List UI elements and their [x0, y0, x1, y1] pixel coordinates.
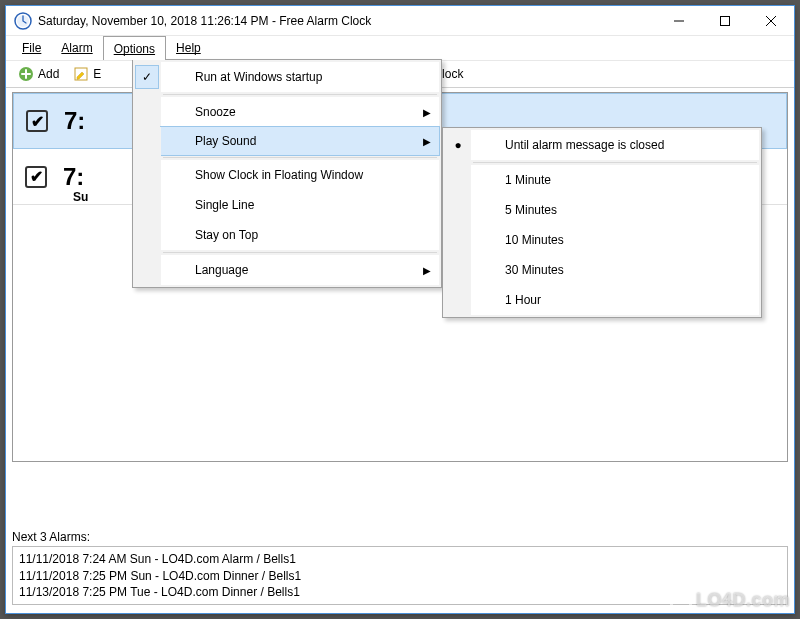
- menu-separator: [163, 94, 437, 95]
- minimize-button[interactable]: [656, 6, 702, 36]
- radio-selected-icon: ●: [445, 130, 471, 160]
- svg-rect-2: [721, 17, 730, 26]
- menu-separator: [163, 252, 437, 253]
- menu-floating-window[interactable]: Show Clock in Floating Window: [161, 160, 439, 190]
- alarm-time: 7:: [63, 163, 84, 191]
- menu-help[interactable]: Help: [166, 36, 211, 60]
- edit-label-partial: E: [93, 67, 101, 81]
- next-alarm-line: 11/11/2018 7:24 AM Sun - LO4D.com Alarm …: [19, 551, 781, 567]
- add-label: Add: [38, 67, 59, 81]
- submenu-30-minutes[interactable]: 30 Minutes: [471, 255, 759, 285]
- menu-stay-on-top[interactable]: Stay on Top: [161, 220, 439, 250]
- next-alarm-line: 11/11/2018 7:25 PM Sun - LO4D.com Dinner…: [19, 568, 781, 584]
- edit-icon: [73, 66, 89, 82]
- menu-separator: [163, 157, 437, 158]
- options-dropdown: ✓ Run at Windows startup Snooze ▶ Play S…: [132, 59, 442, 288]
- add-icon: [18, 66, 34, 82]
- menu-snooze[interactable]: Snooze ▶: [161, 97, 439, 127]
- maximize-button[interactable]: [702, 6, 748, 36]
- submenu-5-minutes[interactable]: 5 Minutes: [471, 195, 759, 225]
- next-alarms-label: Next 3 Alarms:: [12, 530, 788, 544]
- menu-language[interactable]: Language ▶: [161, 255, 439, 285]
- window-controls: [656, 6, 794, 35]
- close-button[interactable]: [748, 6, 794, 36]
- edit-button[interactable]: E: [67, 64, 107, 84]
- submenu-1-minute[interactable]: 1 Minute: [471, 165, 759, 195]
- submenu-until-closed[interactable]: ● Until alarm message is closed: [471, 130, 759, 160]
- menu-file[interactable]: File: [12, 36, 51, 60]
- submenu-arrow-icon: ▶: [423, 107, 431, 118]
- menu-separator: [473, 162, 757, 163]
- menu-play-sound[interactable]: Play Sound ▶: [160, 126, 440, 156]
- app-window: Saturday, November 10, 2018 11:26:14 PM …: [5, 5, 795, 614]
- alarm-checkbox[interactable]: ✔: [26, 110, 48, 132]
- menu-alarm[interactable]: Alarm: [51, 36, 102, 60]
- play-sound-submenu: ● Until alarm message is closed 1 Minute…: [442, 127, 762, 318]
- titlebar: Saturday, November 10, 2018 11:26:14 PM …: [6, 6, 794, 36]
- add-button[interactable]: Add: [12, 64, 65, 84]
- submenu-1-hour[interactable]: 1 Hour: [471, 285, 759, 315]
- menu-single-line[interactable]: Single Line: [161, 190, 439, 220]
- submenu-10-minutes[interactable]: 10 Minutes: [471, 225, 759, 255]
- alarm-checkbox[interactable]: ✔: [25, 166, 47, 188]
- next-alarm-line: 11/13/2018 7:25 PM Tue - LO4D.com Dinner…: [19, 584, 781, 600]
- menu-options[interactable]: Options: [103, 36, 166, 60]
- menu-run-at-startup[interactable]: ✓ Run at Windows startup: [161, 62, 439, 92]
- window-title: Saturday, November 10, 2018 11:26:14 PM …: [38, 14, 656, 28]
- submenu-arrow-icon: ▶: [423, 136, 431, 147]
- checkmark-icon: ✓: [135, 65, 159, 89]
- menubar: File Alarm Options Help: [6, 36, 794, 60]
- alarm-time: 7:: [64, 107, 85, 135]
- app-icon: [14, 12, 32, 30]
- submenu-arrow-icon: ▶: [423, 265, 431, 276]
- alarm-subtext: Su: [73, 190, 88, 204]
- next-alarms-box: 11/11/2018 7:24 AM Sun - LO4D.com Alarm …: [12, 546, 788, 605]
- next-alarms-area: Next 3 Alarms: 11/11/2018 7:24 AM Sun - …: [12, 530, 788, 605]
